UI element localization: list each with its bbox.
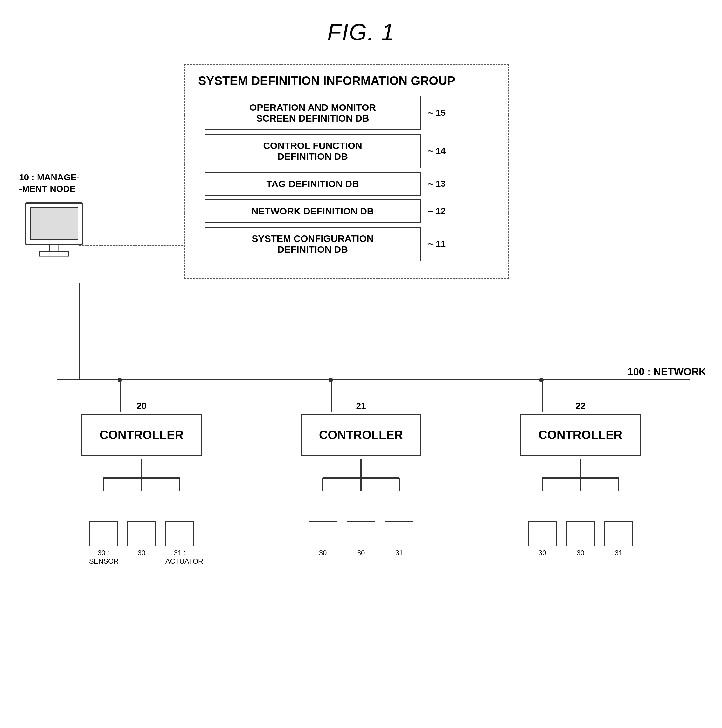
db12-ref: ~ 12 (428, 206, 446, 216)
management-node: 10 : MANAGE- -MENT NODE (19, 172, 89, 262)
mgmt-to-sdig-line (79, 245, 185, 246)
sa-box-20-1 (89, 521, 118, 546)
controllers-row: 20 CONTROLLER 30 : SENSOR 30 (32, 401, 690, 566)
controller-box-21: CONTROLLER (301, 414, 421, 456)
db14-text: CONTROL FUNCTION DEFINITION DB (263, 140, 362, 162)
db-13: TAG DEFINITION DB ~ 13 (205, 172, 421, 196)
svg-rect-1 (30, 208, 78, 240)
db15-ref: ~ 15 (428, 108, 446, 118)
db-stack: OPERATION AND MONITOR SCREEN DEFINITION … (198, 96, 495, 265)
svg-rect-2 (49, 245, 59, 252)
sdig-label: SYSTEM DEFINITION INFORMATION GROUP (198, 74, 495, 88)
network-label: 100 : NETWORK (627, 366, 706, 378)
ctrl-ref-21: 21 (356, 401, 366, 411)
sa-box-22-1 (528, 521, 557, 546)
db11-text: SYSTEM CONFIGURATION DEFINITION DB (252, 233, 374, 255)
sa-row-22 (528, 521, 633, 546)
db-14: CONTROL FUNCTION DEFINITION DB ~ 14 (205, 134, 421, 168)
sa-label-22-2: 30 (566, 549, 595, 557)
tree-svg-22 (520, 456, 641, 519)
db-15: OPERATION AND MONITOR SCREEN DEFINITION … (205, 96, 421, 130)
ctrl-ref-20: 20 (136, 401, 146, 411)
sa-box-21-1 (308, 521, 337, 546)
sa-label-21-1: 30 (308, 549, 337, 557)
sa-label-21-3: 31 (385, 549, 414, 557)
sa-row-20 (89, 521, 194, 546)
db15-text: OPERATION AND MONITOR SCREEN DEFINITION … (249, 102, 376, 124)
ctrl-ref-22: 22 (575, 401, 585, 411)
db-11: SYSTEM CONFIGURATION DEFINITION DB ~ 11 (205, 227, 421, 261)
db-12: NETWORK DEFINITION DB ~ 12 (205, 199, 421, 223)
sa-box-22-3 (604, 521, 633, 546)
controller-group-20: 20 CONTROLLER 30 : SENSOR 30 (81, 401, 202, 566)
sa-box-20-2 (127, 521, 156, 546)
sa-label-22-3: 31 (604, 549, 633, 557)
sa-box-21-2 (346, 521, 376, 546)
sa-box-22-2 (566, 521, 595, 546)
sa-labels-22: 30 30 31 (528, 549, 633, 557)
computer-icon (19, 200, 89, 260)
db14-ref: ~ 14 (428, 146, 446, 156)
db12-text: NETWORK DEFINITION DB (252, 206, 374, 216)
db11-ref: ~ 11 (428, 239, 446, 249)
tree-svg-20 (81, 456, 202, 519)
controller-group-21: 21 CONTROLLER 30 30 31 (301, 401, 421, 566)
mgmt-to-network-line (79, 283, 80, 379)
sa-labels-20: 30 : SENSOR 30 31 : ACTUATOR (89, 549, 194, 566)
svg-rect-3 (40, 252, 69, 256)
sa-label-20-3: 31 : ACTUATOR (165, 549, 194, 566)
sa-row-21 (308, 521, 414, 546)
diagram: SYSTEM DEFINITION INFORMATION GROUP OPER… (0, 51, 722, 728)
sa-labels-21: 30 30 31 (308, 549, 414, 557)
mgmt-label: 10 : MANAGE- -MENT NODE (19, 172, 89, 195)
sa-label-20-2: 30 (127, 549, 156, 566)
page-title: FIG. 1 (0, 19, 722, 45)
sa-box-21-3 (385, 521, 414, 546)
db13-ref: ~ 13 (428, 179, 446, 189)
sa-label-21-2: 30 (346, 549, 376, 557)
sa-label-22-1: 30 (528, 549, 557, 557)
sa-label-20-1: 30 : SENSOR (89, 549, 118, 566)
controller-box-22: CONTROLLER (520, 414, 641, 456)
sdig-container: SYSTEM DEFINITION INFORMATION GROUP OPER… (185, 64, 509, 279)
sa-box-20-3 (165, 521, 194, 546)
controller-group-22: 22 CONTROLLER 30 30 31 (520, 401, 641, 566)
controller-box-20: CONTROLLER (81, 414, 202, 456)
db13-text: TAG DEFINITION DB (266, 179, 359, 189)
tree-svg-21 (301, 456, 421, 519)
network-line (57, 379, 690, 380)
